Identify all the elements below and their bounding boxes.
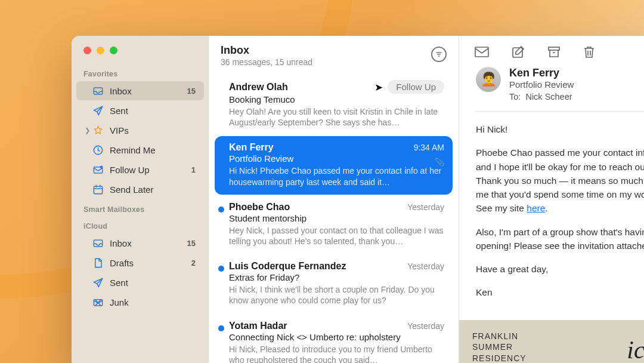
sidebar-item-badge: 2: [191, 259, 196, 267]
sidebar-item-badge: 15: [187, 87, 196, 96]
message-sender: Yotam Hadar: [229, 321, 287, 331]
message-sender: Ken Ferry: [229, 142, 274, 153]
message-subject: Student mentorship: [229, 213, 444, 223]
sidebar-item-inbox[interactable]: Inbox15: [76, 81, 204, 100]
message-time: Yesterday: [407, 321, 444, 331]
sidebar-section-label: Smart Mailboxes: [72, 199, 209, 216]
message-preview: Hi Nick! Phoebe Chao passed me your cont…: [229, 165, 444, 187]
message-time: 9:34 AM: [414, 143, 444, 152]
message-sender: Andrew Olah: [229, 82, 288, 93]
message-subject: Portfolio Review: [229, 153, 444, 164]
envelope-icon[interactable]: [475, 46, 489, 58]
sidebar-item-label: Remind Me: [110, 145, 196, 155]
calendar-icon: [92, 183, 104, 195]
reader-body: Hi Nick! Phoebe Chao passed me your cont…: [459, 122, 644, 309]
sidebar-item-label: Drafts: [110, 258, 191, 268]
cursor-icon: ➤: [374, 81, 383, 94]
message-item[interactable]: Luis Coderque FernandezYesterdayExtras f…: [215, 255, 453, 313]
tray-icon: [92, 237, 104, 249]
svg-point-3: [100, 165, 103, 168]
message-subject: Extras for Friday?: [229, 272, 444, 282]
fullscreen-window-button[interactable]: [110, 47, 117, 54]
mailbox-title: Inbox: [221, 44, 312, 57]
reader-pane: 🧑‍🦱 Ken Ferry Portfolio Review To: Nick …: [459, 36, 644, 363]
sidebar-item-sent[interactable]: Sent: [76, 101, 204, 120]
reader-from: Ken Ferry: [509, 67, 574, 79]
message-subject: Booking Temuco: [229, 94, 444, 104]
trash-icon[interactable]: [583, 45, 595, 59]
message-time: Yesterday: [407, 262, 444, 271]
message-preview: Hey Nick, I passed your contact on to th…: [229, 225, 444, 247]
message-preview: Hi Nick, I think we'll be short a couple…: [229, 284, 444, 306]
sidebar-section-label: iCloud: [72, 216, 209, 233]
filter-button[interactable]: [431, 47, 447, 62]
sidebar-item-label: Sent: [110, 106, 196, 116]
send-icon: [92, 104, 104, 116]
star-icon: [92, 124, 104, 136]
sidebar-item-label: Send Later: [110, 184, 196, 195]
reader-toolbar: [459, 36, 644, 67]
sidebar-item-badge: 1: [191, 165, 196, 174]
svg-rect-8: [513, 48, 522, 57]
sidebar-item-sent[interactable]: Sent: [76, 273, 204, 292]
message-item[interactable]: 📎Ken Ferry9:34 AMPortfolio ReviewHi Nick…: [215, 136, 453, 194]
message-preview: Hi Nick, Pleased to introduce you to my …: [229, 344, 444, 364]
sidebar-item-inbox[interactable]: Inbox15: [76, 233, 204, 253]
svg-rect-4: [94, 186, 102, 193]
unread-dot-icon: [218, 325, 224, 331]
svg-rect-9: [549, 47, 559, 50]
archive-icon[interactable]: [547, 45, 561, 59]
sidebar-item-badge: 15: [187, 239, 196, 248]
sidebar-item-label: Follow Up: [110, 165, 191, 175]
message-item[interactable]: Yotam HadarYesterdayConnecting Nick <> U…: [215, 315, 453, 364]
sidebar-section-label: Favorites: [72, 64, 209, 81]
unread-dot-icon: [218, 207, 224, 213]
message-item[interactable]: ➤Andrew OlahFollow UpBooking TemucoHey O…: [215, 74, 453, 135]
message-time: Yesterday: [407, 202, 444, 212]
message-item[interactable]: Phoebe ChaoYesterdayStudent mentorshipHe…: [215, 196, 453, 254]
paperclip-icon: 📎: [435, 158, 444, 167]
minimize-window-button[interactable]: [97, 47, 104, 54]
attachment-preview[interactable]: FRANKLIN SUMMER RESIDENCY ics: [459, 320, 644, 364]
reader-to: To: Nick Scheer: [509, 92, 574, 101]
sidebar-item-remind-me[interactable]: Remind Me: [76, 140, 204, 159]
mailbox-subtitle: 36 messages, 15 unread: [221, 57, 312, 67]
send-icon: [92, 276, 104, 288]
window-controls: [72, 47, 209, 64]
sidebar-item-vips[interactable]: ❯VIPs: [76, 121, 204, 140]
junk-icon: [92, 296, 104, 308]
close-window-button[interactable]: [83, 47, 91, 54]
message-tag: Follow Up: [388, 80, 444, 94]
sidebar-item-drafts[interactable]: Drafts2: [76, 253, 204, 272]
sidebar-item-label: Inbox: [110, 86, 187, 96]
reader-subject: Portfolio Review: [509, 79, 574, 90]
body-link[interactable]: here: [527, 203, 545, 213]
mail-window: FavoritesInbox15Sent❯VIPsRemind MeFollow…: [72, 36, 644, 363]
sidebar-item-junk[interactable]: Junk: [76, 293, 204, 312]
clock-icon: [92, 144, 104, 156]
followup-icon: [92, 164, 104, 176]
tray-icon: [92, 85, 104, 97]
avatar: 🧑‍🦱: [476, 67, 501, 92]
message-sender: Luis Coderque Fernandez: [229, 261, 346, 272]
doc-icon: [92, 257, 104, 269]
unread-dot-icon: [218, 266, 224, 272]
message-sender: Phoebe Chao: [229, 202, 290, 213]
svg-rect-7: [475, 47, 488, 57]
message-list-pane: Inbox 36 messages, 15 unread ➤Andrew Ola…: [209, 36, 459, 363]
message-subject: Connecting Nick <> Umberto re: upholster…: [229, 332, 444, 342]
sidebar-item-label: Inbox: [110, 238, 187, 248]
sidebar-item-label: Junk: [110, 297, 196, 307]
sidebar-item-label: VIPs: [110, 125, 196, 136]
sidebar-item-follow-up[interactable]: Follow Up1: [76, 160, 204, 179]
sidebar-item-send-later[interactable]: Send Later: [76, 180, 204, 199]
message-preview: Hey Olah! Are you still keen to visit Kr…: [229, 106, 444, 128]
sidebar: FavoritesInbox15Sent❯VIPsRemind MeFollow…: [72, 36, 209, 363]
compose-icon[interactable]: [512, 45, 525, 59]
sidebar-item-label: Sent: [110, 278, 196, 288]
chevron-right-icon: ❯: [85, 127, 91, 134]
